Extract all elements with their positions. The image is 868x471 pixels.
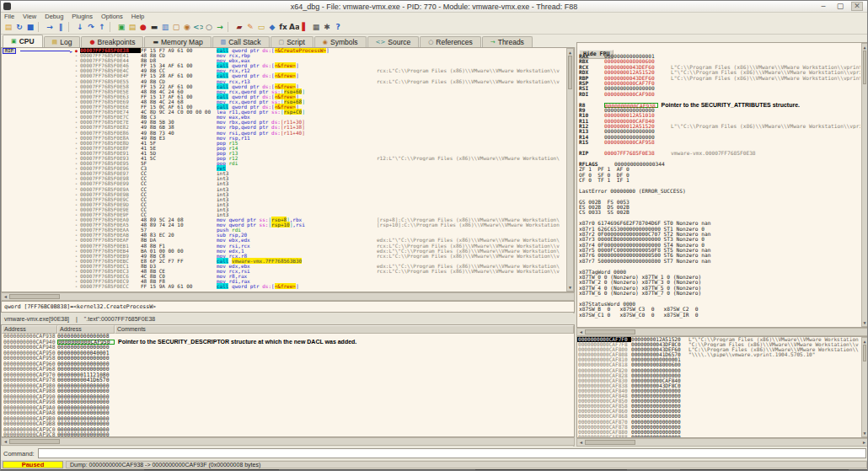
- function-icon[interactable]: fx: [278, 22, 288, 32]
- disasm-hscrollbar[interactable]: ◄: [1, 292, 575, 301]
- scroll-thumb[interactable]: [585, 329, 635, 335]
- highlight-icon[interactable]: ▌: [300, 22, 310, 32]
- label-icon[interactable]: ▭: [256, 22, 266, 32]
- tab-breakpoints[interactable]: ●Breakpoints: [81, 36, 143, 47]
- scroll-left-icon[interactable]: ◄: [2, 439, 9, 444]
- breakpoint-icon[interactable]: ●: [138, 22, 148, 32]
- tab-script[interactable]: ▢Script: [271, 36, 313, 47]
- menu-item-file[interactable]: File: [4, 13, 14, 20]
- scroll-down-icon[interactable]: ▼: [567, 284, 573, 291]
- menu-item-view[interactable]: View: [23, 13, 36, 20]
- instruction-bullet-icon: •: [75, 284, 78, 289]
- references-icon[interactable]: ○: [204, 22, 214, 32]
- script-icon[interactable]: ▢: [171, 22, 181, 32]
- register-row[interactable]: R150000000000CAF958: [579, 140, 860, 145]
- maximize-button[interactable]: ▢: [834, 3, 846, 10]
- memory-map-icon[interactable]: ▬: [149, 22, 159, 32]
- scroll-thumb[interactable]: [568, 56, 572, 89]
- tab-cpu[interactable]: ▣CPU: [3, 35, 43, 47]
- instruction-token: <&CreateProcessW>: [275, 47, 326, 53]
- scroll-down-icon[interactable]: ▼: [862, 319, 867, 326]
- tab-label: Log: [60, 38, 72, 46]
- stack-vscrollbar[interactable]: ▲ ▼: [861, 337, 868, 437]
- stack-hscrollbar[interactable]: ◄ ►: [576, 438, 868, 447]
- registers-panel[interactable]: Hide FPU RAX0000000000000001RBX000000000…: [576, 42, 868, 328]
- disasm-vscrollbar[interactable]: ▲ ▼: [566, 48, 574, 292]
- scroll-left-icon[interactable]: ◄: [577, 329, 585, 335]
- minimize-button[interactable]: –: [817, 3, 829, 10]
- registers-vscrollbar[interactable]: ▲ ▼: [861, 43, 868, 327]
- step-over-icon[interactable]: ↷: [86, 22, 96, 32]
- disassembly-panel[interactable]: RIP►●00007FF7685F0E38FF 15 F7 A9 61 00ca…: [1, 47, 575, 292]
- scroll-up-icon[interactable]: ▲: [862, 44, 867, 51]
- jump-arrow-line: [20, 51, 70, 51]
- symbols-icon[interactable]: ◉: [182, 22, 192, 32]
- scroll-up-icon[interactable]: ▲: [862, 338, 867, 345]
- font-icon[interactable]: Aa: [289, 22, 299, 32]
- comment-icon[interactable]: ✎: [245, 22, 255, 32]
- right-column: Hide FPU RAX0000000000000001RBX000000000…: [576, 47, 868, 447]
- log-icon[interactable]: ▤: [127, 22, 137, 32]
- menu-item-debug[interactable]: Debug: [45, 13, 63, 20]
- menu-item-plugins[interactable]: Plugins: [72, 13, 93, 20]
- source-icon[interactable]: <>: [193, 22, 203, 32]
- dump-column-header[interactable]: Comments: [115, 325, 574, 334]
- run-icon[interactable]: →: [45, 22, 55, 32]
- threads-icon[interactable]: →: [215, 22, 225, 32]
- command-input[interactable]: [38, 448, 866, 458]
- scroll-thumb[interactable]: [9, 294, 60, 299]
- tab-label: Threads: [498, 38, 524, 46]
- patch-icon[interactable]: ▰: [234, 22, 244, 32]
- restart-icon[interactable]: ↻: [14, 22, 24, 32]
- open-file-icon[interactable]: ▤: [3, 22, 13, 32]
- stop-icon[interactable]: ■: [25, 22, 35, 32]
- register-value: 0000000000CAF958: [604, 140, 667, 145]
- breakpoints-icon: ●: [89, 39, 94, 45]
- registers-hscrollbar[interactable]: ◄: [576, 328, 868, 336]
- scroll-thumb[interactable]: [585, 440, 635, 445]
- disasm-row[interactable]: •00007FF7685F0ECCFF 15 9A A9 61 00call q…: [2, 284, 574, 289]
- instruction-token: ss:: [271, 109, 281, 115]
- menu-item-help[interactable]: Help: [131, 13, 144, 20]
- scroll-thumb[interactable]: [863, 51, 866, 84]
- scroll-up-icon[interactable]: ▲: [567, 49, 573, 56]
- instruction-token: qword ptr: [228, 283, 262, 289]
- cpu-icon[interactable]: ▣: [116, 22, 126, 32]
- scroll-left-icon[interactable]: ◄: [577, 440, 585, 445]
- execute-till-return-icon[interactable]: ↑: [97, 22, 107, 32]
- window-title: x64_dbg - File: vmware-vmx.exe - PID: 77…: [1, 3, 867, 11]
- scroll-right-icon[interactable]: ►: [860, 440, 868, 445]
- tab-log[interactable]: ▤Log: [44, 36, 81, 47]
- calculator-icon[interactable]: ▦: [311, 22, 321, 32]
- help-icon[interactable]: ?: [333, 22, 343, 32]
- tab-call-stack[interactable]: ▥Call Stack: [212, 36, 270, 47]
- register-name: RDI: [579, 92, 604, 97]
- tab-threads[interactable]: →Threads: [482, 36, 533, 47]
- dump-panel[interactable]: AddressAddressComments 0000000000CAF9380…: [1, 324, 575, 437]
- dump-hscrollbar[interactable]: ◄: [1, 437, 575, 446]
- pause-icon[interactable]: ‖: [56, 22, 66, 32]
- tab-references[interactable]: ○References: [420, 36, 481, 47]
- register-row[interactable]: RDI0000000000CAF980: [579, 92, 860, 97]
- menu-item-options[interactable]: Options: [101, 13, 123, 20]
- tab-symbols[interactable]: ◉Symbols: [314, 36, 367, 47]
- register-row[interactable]: RIP00007FF7685F0E38vmware-vmx.00007FF768…: [579, 151, 860, 156]
- settings-icon[interactable]: ✱: [322, 22, 332, 32]
- scroll-down-icon[interactable]: ▼: [862, 430, 867, 436]
- register-comment: [678, 162, 860, 167]
- title-bar: x64_dbg - File: vmware-vmx.exe - PID: 77…: [1, 1, 867, 13]
- call-stack-icon[interactable]: ▥: [160, 22, 170, 32]
- instruction-token: call: [217, 283, 228, 289]
- close-button[interactable]: ✕: [851, 2, 863, 11]
- instruction-token: ]: [296, 72, 299, 78]
- instruction-token: ds:: [262, 72, 271, 78]
- step-into-icon[interactable]: ↓: [75, 22, 85, 32]
- bookmark-icon[interactable]: ◆: [267, 22, 277, 32]
- scroll-thumb[interactable]: [863, 345, 866, 361]
- tab-source[interactable]: <>Source: [367, 36, 420, 47]
- stack-panel[interactable]: 0000000000CAF7F00000000012A51520L"\"C:\\…: [576, 336, 868, 438]
- scroll-left-icon[interactable]: ◄: [2, 294, 9, 299]
- command-bar: Command:: [1, 447, 868, 460]
- scroll-thumb[interactable]: [9, 439, 60, 444]
- tab-memory-map[interactable]: ▬Memory Map: [144, 36, 211, 47]
